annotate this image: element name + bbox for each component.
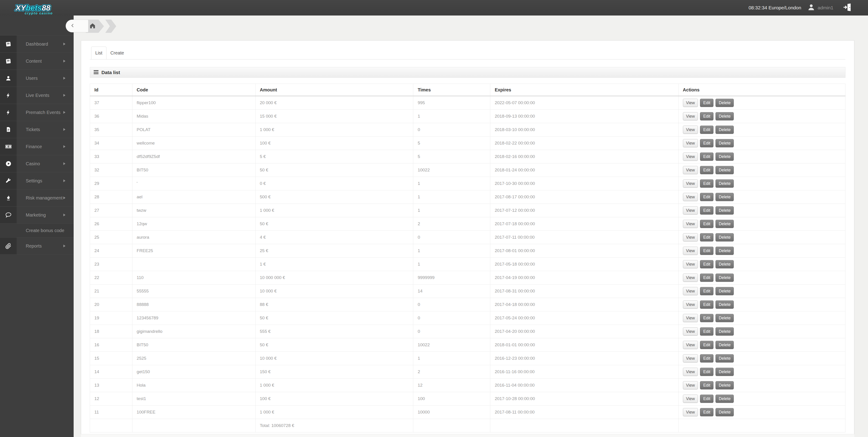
delete-button[interactable]: Delete xyxy=(715,408,734,416)
user-menu[interactable]: admin1 xyxy=(807,3,833,12)
delete-button[interactable]: Delete xyxy=(715,354,734,363)
view-button[interactable]: View xyxy=(683,274,698,282)
delete-button[interactable]: Delete xyxy=(715,314,734,322)
view-button[interactable]: View xyxy=(683,220,698,228)
delete-button[interactable]: Delete xyxy=(715,368,734,376)
sidebar-item-marketing[interactable]: Marketing xyxy=(0,207,73,224)
edit-button[interactable]: Edit xyxy=(700,301,713,309)
delete-button[interactable]: Delete xyxy=(715,126,734,134)
delete-button[interactable]: Delete xyxy=(715,247,734,255)
delete-button[interactable]: Delete xyxy=(715,179,734,188)
edit-button[interactable]: Edit xyxy=(700,206,713,215)
view-button[interactable]: View xyxy=(683,193,698,201)
cell-actions: ViewEditDelete xyxy=(678,204,845,217)
sidebar-item-risk-management[interactable]: Risk management xyxy=(0,189,73,207)
edit-button[interactable]: Edit xyxy=(700,381,713,389)
view-button[interactable]: View xyxy=(683,260,698,269)
view-button[interactable]: View xyxy=(683,153,698,161)
sidebar-item-prematch-events[interactable]: Prematch Events xyxy=(0,104,73,121)
view-button[interactable]: View xyxy=(683,206,698,215)
view-button[interactable]: View xyxy=(683,354,698,363)
delete-button[interactable]: Delete xyxy=(715,395,734,403)
sidebar-item-live-events[interactable]: Live Events xyxy=(0,87,73,104)
view-button[interactable]: View xyxy=(683,327,698,336)
view-button[interactable]: View xyxy=(683,301,698,309)
view-button[interactable]: View xyxy=(683,381,698,389)
sidebar-item-users[interactable]: Users xyxy=(0,70,73,87)
sidebar-item-tickets[interactable]: Tickets xyxy=(0,121,73,138)
view-button[interactable]: View xyxy=(683,395,698,403)
edit-button[interactable]: Edit xyxy=(700,395,713,403)
delete-button[interactable]: Delete xyxy=(715,112,734,121)
sidebar-item-casino[interactable]: Casino xyxy=(0,155,73,172)
edit-button[interactable]: Edit xyxy=(700,193,713,201)
cell-amount: 1 000 € xyxy=(255,406,413,419)
delete-button[interactable]: Delete xyxy=(715,206,734,215)
sidebar-item-label: Users xyxy=(26,76,38,81)
delete-button[interactable]: Delete xyxy=(715,166,734,175)
edit-button[interactable]: Edit xyxy=(700,274,713,282)
tab-list[interactable]: List xyxy=(91,46,106,59)
cell-times: 9999999 xyxy=(413,271,490,284)
edit-button[interactable]: Edit xyxy=(700,408,713,416)
tab-create[interactable]: Create xyxy=(106,46,128,59)
edit-button[interactable]: Edit xyxy=(700,354,713,363)
delete-button[interactable]: Delete xyxy=(715,287,734,295)
edit-button[interactable]: Edit xyxy=(700,139,713,148)
table-row: 33df52df9Z5df5 €52018-02-16 00:00:00View… xyxy=(90,150,845,163)
edit-button[interactable]: Edit xyxy=(700,220,713,228)
view-button[interactable]: View xyxy=(683,166,698,175)
sidebar-item-settings[interactable]: Settings xyxy=(0,172,73,189)
edit-button[interactable]: Edit xyxy=(700,327,713,336)
delete-button[interactable]: Delete xyxy=(715,233,734,242)
view-button[interactable]: View xyxy=(683,247,698,255)
delete-button[interactable]: Delete xyxy=(715,99,734,107)
delete-button[interactable]: Delete xyxy=(715,381,734,389)
delete-button[interactable]: Delete xyxy=(715,139,734,148)
edit-button[interactable]: Edit xyxy=(700,153,713,161)
view-button[interactable]: View xyxy=(683,126,698,134)
delete-button[interactable]: Delete xyxy=(715,193,734,201)
delete-button[interactable]: Delete xyxy=(715,220,734,228)
cell-amount: 500 € xyxy=(255,190,413,204)
edit-button[interactable]: Edit xyxy=(700,112,713,121)
edit-button[interactable]: Edit xyxy=(700,126,713,134)
delete-button[interactable]: Delete xyxy=(715,301,734,309)
view-button[interactable]: View xyxy=(683,179,698,188)
view-button[interactable]: View xyxy=(683,233,698,242)
view-button[interactable]: View xyxy=(683,112,698,121)
delete-button[interactable]: Delete xyxy=(715,153,734,161)
sidebar-nav: DashboardContentUsersLive EventsPrematch… xyxy=(0,15,73,255)
delete-button[interactable]: Delete xyxy=(715,274,734,282)
edit-button[interactable]: Edit xyxy=(700,287,713,295)
view-button[interactable]: View xyxy=(683,341,698,349)
edit-button[interactable]: Edit xyxy=(700,179,713,188)
cell-expires: 2017-08-01 00:00:00 xyxy=(490,244,678,258)
logout-button[interactable] xyxy=(842,3,851,13)
breadcrumb-home[interactable] xyxy=(86,20,104,33)
sidebar-item-create-bonus-code[interactable]: Create bonus code xyxy=(0,224,73,238)
edit-button[interactable]: Edit xyxy=(700,247,713,255)
view-button[interactable]: View xyxy=(683,314,698,322)
sidebar-collapse-button[interactable] xyxy=(66,20,88,32)
sidebar-item-reports[interactable]: Reports xyxy=(0,238,73,255)
edit-button[interactable]: Edit xyxy=(700,368,713,376)
cell-times: 12 xyxy=(413,379,490,392)
view-button[interactable]: View xyxy=(683,99,698,107)
sidebar-item-dashboard[interactable]: Dashboard xyxy=(0,35,73,53)
view-button[interactable]: View xyxy=(683,408,698,416)
delete-button[interactable]: Delete xyxy=(715,327,734,336)
sidebar-item-content[interactable]: Content xyxy=(0,53,73,70)
delete-button[interactable]: Delete xyxy=(715,260,734,269)
sidebar-item-finance[interactable]: 1Finance xyxy=(0,138,73,155)
edit-button[interactable]: Edit xyxy=(700,99,713,107)
edit-button[interactable]: Edit xyxy=(700,166,713,175)
edit-button[interactable]: Edit xyxy=(700,260,713,269)
view-button[interactable]: View xyxy=(683,139,698,148)
delete-button[interactable]: Delete xyxy=(715,341,734,349)
view-button[interactable]: View xyxy=(683,368,698,376)
edit-button[interactable]: Edit xyxy=(700,233,713,242)
view-button[interactable]: View xyxy=(683,287,698,295)
edit-button[interactable]: Edit xyxy=(700,341,713,349)
edit-button[interactable]: Edit xyxy=(700,314,713,322)
